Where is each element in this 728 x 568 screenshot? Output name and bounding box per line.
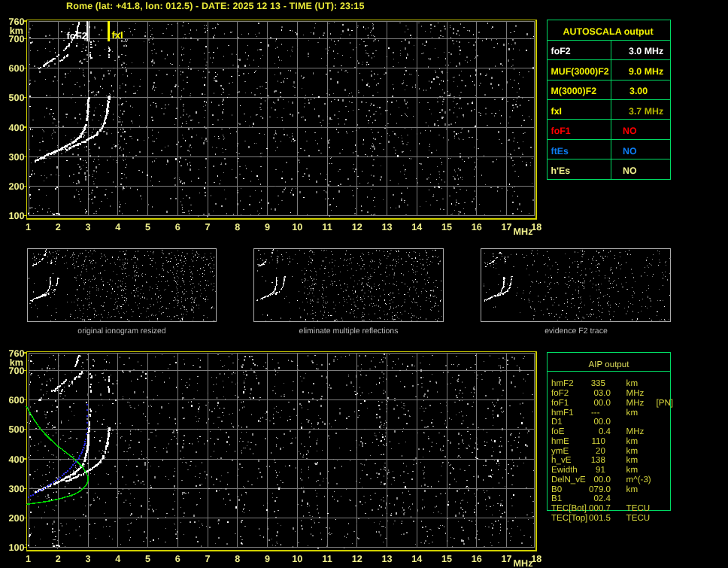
svg-text:12: 12 [352,554,362,564]
svg-text:km: km [10,357,23,368]
svg-text:1: 1 [26,222,31,232]
svg-text:foF2: foF2 [551,46,571,56]
svg-text:0.4: 0.4 [599,427,611,436]
svg-text:AUTOSCALA output: AUTOSCALA output [563,26,654,37]
svg-text:00.0: 00.0 [593,417,611,427]
svg-text:ymE: ymE [551,446,569,456]
svg-text:7: 7 [205,222,210,232]
svg-text:3.7 MHz: 3.7 MHz [629,106,663,117]
svg-text:MHz: MHz [626,388,645,398]
svg-text:km: km [626,408,638,418]
svg-text:foF1: foF1 [551,398,569,408]
svg-text:M(3000)F2: M(3000)F2 [551,86,597,96]
svg-text:B1: B1 [551,494,562,503]
svg-text:200: 200 [8,513,24,524]
svg-text:8: 8 [235,554,240,564]
svg-text:000.7: 000.7 [589,503,611,513]
svg-text:14: 14 [411,222,422,232]
svg-text:ftEs: ftEs [551,146,569,156]
svg-text:MHz: MHz [514,558,533,568]
svg-text:13: 13 [381,554,392,564]
svg-text:h'Es: h'Es [551,166,571,176]
svg-text:3: 3 [86,222,91,232]
svg-text:fxI: fxI [112,29,123,41]
svg-text:10: 10 [292,554,302,564]
svg-text:3.00: 3.00 [629,86,648,96]
svg-text:Rome (lat: +41.8, lon: 012.5): Rome (lat: +41.8, lon: 012.5) - DATE: 20… [66,1,364,11]
svg-text:Ewidth: Ewidth [551,465,578,475]
svg-text:[PN]: [PN] [657,398,674,408]
svg-text:15: 15 [441,554,452,564]
svg-text:NO: NO [623,166,637,176]
svg-text:3: 3 [86,554,91,564]
svg-text:hmE: hmE [551,436,569,446]
svg-text:9: 9 [265,554,270,564]
svg-text:13: 13 [381,222,392,232]
svg-text:5: 5 [145,554,150,564]
svg-text:km: km [626,465,638,475]
svg-text:B0: B0 [551,484,562,494]
svg-text:110: 110 [592,436,605,446]
svg-text:600: 600 [8,395,24,405]
svg-text:400: 400 [8,123,24,133]
svg-text:MUF(3000)F2: MUF(3000)F2 [551,66,609,77]
svg-text:500: 500 [8,93,24,103]
svg-text:h_vE: h_vE [551,455,572,465]
svg-text:10: 10 [292,222,302,232]
svg-text:NO: NO [623,126,637,136]
svg-text:km: km [626,455,638,465]
svg-text:km: km [626,436,638,446]
svg-text:300: 300 [8,484,24,494]
svg-text:20: 20 [596,446,605,456]
svg-text:TECU: TECU [626,503,651,513]
svg-text:100: 100 [8,211,24,221]
svg-text:600: 600 [8,63,24,74]
svg-text:9: 9 [265,222,270,232]
svg-text:hmF1: hmF1 [551,408,574,418]
svg-text:138: 138 [591,455,605,465]
svg-text:km: km [10,26,23,36]
svg-text:14: 14 [411,554,422,564]
svg-text:12: 12 [352,222,362,232]
svg-text:100: 100 [8,542,24,553]
svg-text:2: 2 [56,554,61,564]
svg-text:km: km [626,446,638,456]
svg-text:km: km [626,484,638,494]
svg-text:17: 17 [501,554,511,564]
svg-text:hmF2: hmF2 [551,378,574,388]
svg-text:MHz: MHz [626,427,645,436]
svg-text:AIP output: AIP output [589,360,630,369]
svg-text:foE: foE [551,427,565,436]
svg-text:foF2: foF2 [67,30,87,41]
svg-text:1: 1 [26,554,31,564]
svg-text:16: 16 [472,554,482,564]
svg-text:2: 2 [56,222,61,232]
svg-text:TECU: TECU [626,513,651,523]
svg-text:foF1: foF1 [551,126,571,136]
svg-text:500: 500 [8,424,24,435]
svg-text:079.0: 079.0 [589,484,611,494]
svg-text:7: 7 [205,554,210,564]
svg-text:001.5: 001.5 [589,513,611,523]
svg-text:5: 5 [145,222,150,232]
svg-text:6: 6 [175,554,180,564]
svg-text:335: 335 [591,378,605,388]
svg-text:4: 4 [115,222,120,232]
svg-text:16: 16 [472,222,482,232]
svg-text:original ionogram resized: original ionogram resized [77,327,165,336]
svg-text:03.0: 03.0 [593,388,611,398]
svg-text:11: 11 [322,554,332,564]
svg-text:---: --- [591,408,600,418]
svg-text:400: 400 [8,454,24,465]
svg-text:00.0: 00.0 [593,475,611,484]
svg-text:17: 17 [501,222,511,232]
svg-text:TEC[Top]: TEC[Top] [551,513,587,523]
svg-text:02.4: 02.4 [593,494,611,503]
svg-text:DelN_vE: DelN_vE [551,475,586,484]
svg-text:NO: NO [623,146,637,156]
svg-text:3.0 MHz: 3.0 MHz [629,46,663,56]
svg-text:eliminate multiple reflections: eliminate multiple reflections [299,327,399,336]
svg-text:D1: D1 [551,417,563,427]
svg-text:200: 200 [8,181,24,192]
svg-text:15: 15 [441,222,452,232]
